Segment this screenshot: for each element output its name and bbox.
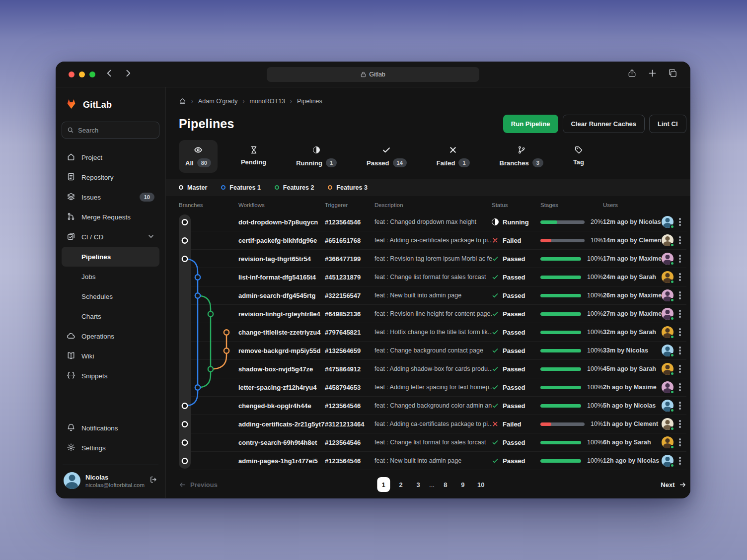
legend-features-1[interactable]: Features 1 — [221, 184, 261, 191]
pipeline-row[interactable]: remove-backgrd-mp5iy55d #132564659 feat … — [179, 342, 686, 360]
next-page-button[interactable]: Next — [661, 481, 686, 489]
page-button-3[interactable]: 3 — [412, 477, 425, 492]
minimize-window-button[interactable] — [79, 71, 85, 77]
share-icon[interactable] — [627, 69, 637, 80]
workflow-name[interactable]: shadow-box-nvjd5g47ze — [238, 365, 325, 373]
pipeline-row[interactable]: admin-pages-1hg1r477ei5 #123564546 feat … — [179, 452, 686, 470]
workflow-name[interactable]: remove-backgrd-mp5iy55d — [238, 347, 325, 354]
sidebar-item-repository[interactable]: Repository — [62, 167, 159, 187]
row-menu-button[interactable] — [677, 327, 686, 338]
workflow-name[interactable]: admin-pages-1hg1r477ei5 — [238, 457, 325, 465]
search-box[interactable] — [62, 122, 159, 139]
pipeline-row[interactable]: admin-search-dfg4545rtg #322156547 feat … — [179, 286, 686, 305]
pipeline-row[interactable]: chenged-bk-opglr4h44e #123564546 feat : … — [179, 397, 686, 415]
user-profile[interactable]: Nicolas nicolas@loftorbital.com — [62, 471, 159, 490]
row-menu-button[interactable] — [677, 382, 686, 393]
breadcrumb-repo[interactable]: monoROT13 — [250, 98, 286, 105]
status-passed: Passed — [492, 384, 540, 391]
merge-icon — [67, 212, 75, 222]
row-menu-button[interactable] — [677, 235, 686, 246]
workflow-name[interactable]: revision-linhgt-rgteyhtr8e4 — [238, 310, 325, 318]
workflow-name[interactable]: change-titleliste-zzetriyzu4 — [238, 329, 325, 336]
sidebar-item-wiki[interactable]: Wiki — [62, 346, 159, 366]
browser-forward-button[interactable] — [124, 69, 132, 79]
legend-master[interactable]: Master — [179, 184, 207, 191]
sidebar-item-operations[interactable]: Operations — [62, 326, 159, 346]
sidebar-subitem-jobs[interactable]: Jobs — [62, 267, 159, 286]
pipeline-row[interactable]: adding-certificats-2r21g5yt77t #31212134… — [179, 415, 686, 433]
sidebar-item-issues[interactable]: Issues 10 — [62, 187, 159, 207]
row-menu-button[interactable] — [677, 253, 686, 264]
zoom-window-button[interactable] — [89, 71, 95, 77]
row-menu-button[interactable] — [677, 290, 686, 301]
cicd-icon — [67, 232, 75, 242]
workflow-name[interactable]: revision-tag-thgrt65tr54 — [238, 255, 325, 263]
page-button-2[interactable]: 2 — [394, 477, 407, 492]
tab-branches[interactable]: Branches 3 — [493, 140, 550, 173]
sidebar-subitem-charts[interactable]: Charts — [62, 306, 159, 326]
page-button-10[interactable]: 10 — [474, 477, 488, 492]
workflow-name[interactable]: letter-spacing-zf12h4ryu4 — [238, 384, 325, 391]
stage-progress: 100% — [540, 310, 603, 317]
tab-all[interactable]: All 80 — [179, 140, 218, 173]
breadcrumb-user[interactable]: Adam O'grady — [198, 98, 238, 105]
tab-tag[interactable]: Tag — [567, 140, 591, 171]
search-input[interactable] — [78, 127, 154, 134]
sidebar-subitem-schedules[interactable]: Schedules — [62, 286, 159, 306]
clear-runner-caches-button[interactable]: Clear Runner Caches — [563, 115, 645, 133]
page-button-8[interactable]: 8 — [439, 477, 452, 492]
row-menu-button[interactable] — [677, 216, 686, 227]
row-menu-button[interactable] — [677, 272, 686, 282]
workflow-name[interactable]: dot-dropdown-b7p8uqycn — [238, 218, 325, 226]
legend-features-3[interactable]: Features 3 — [328, 184, 368, 191]
sidebar-item-snippets[interactable]: Snippets — [62, 366, 159, 386]
pipeline-row[interactable]: revision-tag-thgrt65tr54 #366477199 feat… — [179, 250, 686, 268]
run-pipeline-button[interactable]: Run Pipeline — [503, 115, 558, 133]
workflow-name[interactable]: chenged-bk-opglr4h44e — [238, 402, 325, 410]
sidebar-item-settings[interactable]: Settings — [62, 438, 159, 458]
sidebar-item-notifications[interactable]: Notifications — [62, 418, 159, 438]
lint-ci-button[interactable]: Lint CI — [649, 115, 686, 133]
pipeline-row[interactable]: letter-spacing-zf12h4ryu4 #458794653 fea… — [179, 378, 686, 397]
row-menu-button[interactable] — [677, 345, 686, 356]
workflow-name[interactable]: admin-search-dfg4545rtg — [238, 292, 325, 299]
workflow-name[interactable]: certif-packefg-blkhfdg96e — [238, 237, 325, 244]
close-window-button[interactable] — [69, 71, 75, 77]
workflow-name[interactable]: list-inf-format-dfg54165t4 — [238, 274, 325, 281]
row-menu-button[interactable] — [677, 363, 686, 374]
page-button-1[interactable]: 1 — [377, 477, 390, 492]
page-button-9[interactable]: 9 — [456, 477, 469, 492]
row-menu-button[interactable] — [677, 308, 686, 319]
pipeline-row[interactable]: change-titleliste-zzetriyzu4 #797645821 … — [179, 323, 686, 342]
previous-page-button[interactable]: Previous — [179, 481, 218, 489]
tab-passed[interactable]: Passed 14 — [360, 140, 413, 173]
home-icon[interactable] — [179, 97, 186, 105]
workflow-name[interactable]: adding-certificats-2r21g5yt77t — [238, 420, 325, 428]
row-menu-button[interactable] — [677, 455, 686, 466]
new-tab-icon[interactable] — [648, 69, 657, 80]
pipeline-row[interactable]: certif-packefg-blkhfdg96e #651651768 fea… — [179, 231, 686, 250]
pipeline-row[interactable]: dot-dropdown-b7p8uqycn #123564546 feat :… — [179, 213, 686, 231]
pipeline-row[interactable]: list-inf-format-dfg54165t4 #451231879 fe… — [179, 268, 686, 286]
tab-failed[interactable]: Failed 1 — [430, 140, 476, 173]
tab-running[interactable]: Running 1 — [290, 140, 343, 173]
pipeline-row[interactable]: contry-search-69h9t4h8et #123564546 feat… — [179, 433, 686, 452]
row-menu-button[interactable] — [677, 437, 686, 448]
tab-pending[interactable]: Pending — [234, 140, 273, 171]
workflow-name[interactable]: contry-search-69h9t4h8et — [238, 439, 325, 446]
sidebar-item-merge-requests[interactable]: Merge Requests — [62, 207, 159, 227]
browser-back-button[interactable] — [105, 69, 114, 79]
pipeline-row[interactable]: shadow-box-nvjd5g47ze #475864912 feat : … — [179, 360, 686, 378]
status-passed: Passed — [492, 402, 540, 410]
row-menu-button[interactable] — [677, 419, 686, 429]
url-bar[interactable]: Gitlab — [267, 67, 479, 82]
sidebar-subitem-pipelines[interactable]: Pipelines — [62, 247, 159, 267]
sidebar-item-ci-cd[interactable]: CI / CD — [62, 227, 159, 247]
sidebar-item-project[interactable]: Project — [62, 147, 159, 167]
stage-progress: 10% — [540, 420, 603, 427]
row-menu-button[interactable] — [677, 400, 686, 411]
legend-features-2[interactable]: Features 2 — [275, 184, 314, 191]
logout-icon[interactable] — [149, 476, 157, 486]
pipeline-row[interactable]: revision-linhgt-rgteyhtr8e4 #649852136 f… — [179, 305, 686, 323]
tabs-overview-icon[interactable] — [668, 69, 677, 80]
